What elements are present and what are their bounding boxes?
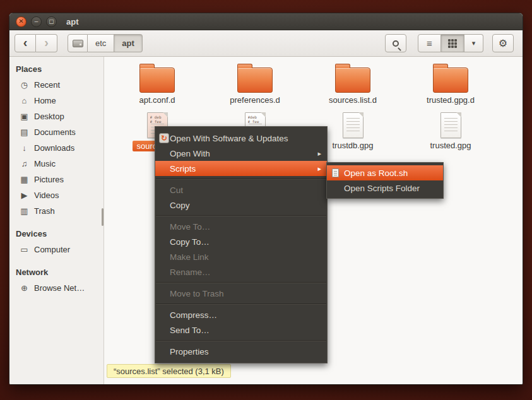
menu-item-label: Cut — [170, 185, 183, 195]
sidebar-item-computer[interactable]: ▭Computer — [9, 242, 103, 257]
menu-item-copy-to[interactable]: Copy To… — [155, 234, 327, 249]
sidebar-item-label: Desktop — [34, 112, 64, 121]
search-button[interactable] — [385, 34, 406, 52]
desktop-icon: ▣ — [18, 112, 30, 121]
menu-item-send-to[interactable]: Send To… — [155, 322, 327, 338]
menu-separator — [156, 179, 326, 180]
menu-item-scripts[interactable]: Scripts ▸ — [155, 161, 327, 176]
breadcrumb-apt[interactable]: apt — [114, 34, 143, 52]
menu-item-move-to: Move To… — [155, 219, 327, 234]
file-label: sources.list.d — [329, 95, 377, 105]
binary-file-icon — [343, 112, 364, 138]
menu-item-label: Copy To… — [170, 237, 210, 247]
sidebar-item-documents[interactable]: ▤Documents — [9, 124, 103, 140]
breadcrumb-label: apt — [122, 38, 134, 48]
menu-separator — [156, 282, 326, 283]
sidebar-item-music[interactable]: ♫Music — [9, 156, 103, 172]
menu-item-label: Move to Trash — [170, 289, 224, 298]
grid-view-button[interactable] — [441, 34, 464, 52]
menu-item-make-link: Make Link — [155, 249, 327, 264]
menu-item-open-with[interactable]: Open With ▸ — [155, 146, 327, 161]
menu-item-label: Scripts — [170, 164, 196, 174]
pictures-icon: ▦ — [18, 175, 30, 184]
sidebar-item-label: Trash — [34, 206, 55, 216]
sidebar-item-pictures[interactable]: ▦Pictures — [9, 172, 103, 187]
view-switcher: ≡ ▾ — [418, 34, 483, 52]
sidebar-item-label: Videos — [34, 191, 59, 200]
menu-item-rename: Rename… — [155, 264, 327, 279]
clock-icon: ◷ — [18, 80, 30, 90]
sidebar-item-recent[interactable]: ◷Recent — [9, 77, 103, 93]
sidebar-item-browse-network[interactable]: ⊕Browse Net… — [9, 280, 103, 296]
back-icon: ‹ — [23, 35, 28, 50]
chevron-down-icon: ▾ — [472, 39, 476, 47]
maximize-icon: ◻ — [49, 18, 54, 25]
submenu-item-open-scripts-folder[interactable]: Open Scripts Folder — [327, 180, 443, 196]
menu-item-label: Make Link — [170, 252, 209, 262]
file-preview-text: #deb # fee — [248, 115, 264, 124]
file-label: trusted.gpg — [430, 141, 471, 150]
selection-status: “sources.list” selected (3,1 kB) — [107, 364, 231, 378]
sidebar: Places ◷Recent ⌂Home ▣Desktop ▤Documents… — [9, 57, 104, 384]
file-label: trusted.gpg.d — [427, 95, 475, 105]
maximize-button[interactable]: ◻ — [46, 16, 57, 27]
sidebar-header-network: Network — [9, 264, 103, 280]
file-tile-trusted-gpg[interactable]: trusted.gpg — [403, 110, 498, 150]
sidebar-item-home[interactable]: ⌂Home — [9, 93, 103, 109]
file-tile-trusted-gpg-d[interactable]: trusted.gpg.d — [403, 63, 498, 105]
list-view-button[interactable]: ≡ — [418, 34, 441, 52]
submenu-item-open-as-root[interactable]: Open as Root.sh — [327, 165, 443, 180]
trash-icon: ▥ — [18, 206, 30, 216]
menu-item-properties[interactable]: Properties — [155, 344, 327, 359]
documents-icon: ▤ — [18, 127, 30, 137]
sidebar-item-label: Pictures — [34, 175, 64, 184]
menu-item-compress[interactable]: Compress… — [155, 307, 327, 322]
grid-view-icon — [447, 38, 458, 49]
file-tile-preferences-d[interactable]: preferences.d — [208, 63, 302, 105]
menu-item-open-with-software-updates[interactable]: ↻ Open With Software & Updates — [155, 131, 327, 146]
sidebar-scrollbar-thumb[interactable] — [102, 208, 103, 226]
videos-icon: ▶ — [18, 191, 30, 200]
script-file-icon — [332, 168, 339, 177]
sidebar-item-label: Recent — [34, 80, 60, 90]
titlebar[interactable]: ✕ – ◻ apt — [9, 13, 523, 30]
menu-item-move-to-trash: Move to Trash — [155, 286, 327, 301]
breadcrumb-etc[interactable]: etc — [88, 34, 114, 52]
file-tile-sources-list-d[interactable]: sources.list.d — [305, 63, 400, 105]
menu-separator — [156, 303, 326, 305]
folder-icon — [139, 68, 175, 93]
menu-item-label: Open as Root.sh — [344, 168, 408, 178]
gear-icon: ⚙ — [499, 37, 507, 49]
nav-buttons: ‹ › — [15, 34, 57, 52]
menu-item-copy[interactable]: Copy — [155, 197, 327, 213]
forward-button[interactable]: › — [36, 34, 57, 52]
toolbar: ‹ › etc apt ≡ ▾ ⚙ — [9, 30, 523, 57]
search-icon — [393, 40, 399, 47]
file-label: apt.conf.d — [139, 95, 175, 105]
menu-separator — [156, 215, 326, 216]
breadcrumb-root-button[interactable] — [68, 34, 88, 52]
sidebar-item-videos[interactable]: ▶Videos — [9, 187, 103, 203]
settings-button[interactable]: ⚙ — [492, 34, 514, 52]
sidebar-item-desktop[interactable]: ▣Desktop — [9, 109, 103, 124]
submenu-arrow-icon: ▸ — [317, 150, 321, 158]
file-lines — [444, 118, 458, 134]
view-options-button[interactable]: ▾ — [464, 34, 483, 52]
folder-icon — [237, 68, 273, 93]
back-button[interactable]: ‹ — [15, 34, 36, 52]
breadcrumb: etc apt — [68, 34, 143, 52]
file-label: trustdb.gpg — [332, 141, 373, 150]
sidebar-item-downloads[interactable]: ↓Downloads — [9, 140, 103, 156]
file-tile-apt-conf-d[interactable]: apt.conf.d — [110, 63, 204, 105]
breadcrumb-label: etc — [95, 38, 106, 48]
minimize-button[interactable]: – — [31, 16, 42, 27]
binary-file-icon — [440, 112, 461, 138]
sidebar-item-label: Documents — [34, 127, 76, 137]
folder-icon — [335, 68, 370, 93]
sidebar-item-trash[interactable]: ▥Trash — [9, 203, 103, 219]
close-button[interactable]: ✕ — [16, 16, 27, 27]
downloads-icon: ↓ — [18, 143, 30, 153]
scripts-submenu: Open as Root.sh Open Scripts Folder — [326, 162, 444, 199]
network-icon: ⊕ — [18, 283, 30, 293]
sidebar-header-devices: Devices — [9, 225, 103, 242]
